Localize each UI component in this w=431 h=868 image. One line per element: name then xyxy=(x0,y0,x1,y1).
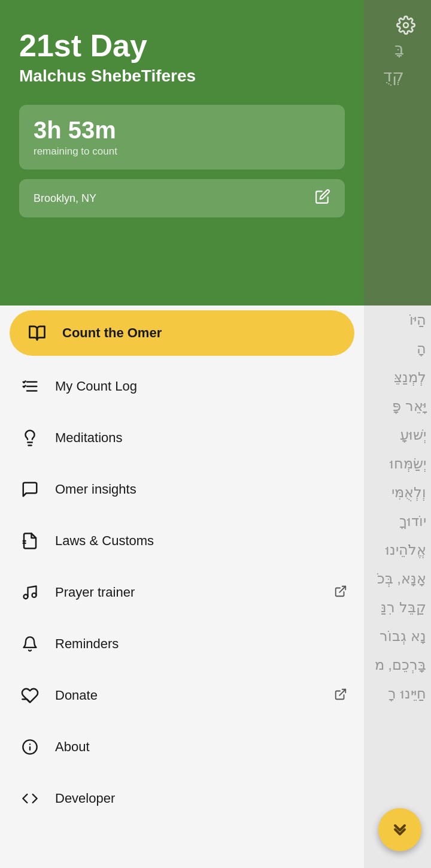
sidebar-item-donate[interactable]: Donate xyxy=(0,670,364,721)
code-icon xyxy=(17,785,43,812)
menu-panel: Count the Omer My Count Log Meditations xyxy=(0,306,364,868)
svg-line-9 xyxy=(339,689,345,695)
time-card: 3h 53m remaining to count xyxy=(19,105,345,170)
omer-insights-label: Omer insights xyxy=(55,482,347,497)
music-icon xyxy=(17,579,43,606)
gear-icon xyxy=(396,16,415,35)
donate-label: Donate xyxy=(55,688,334,703)
svg-point-6 xyxy=(24,595,28,599)
fab-button[interactable] xyxy=(378,808,421,851)
sidebar-item-laws-customs[interactable]: Laws & Customs xyxy=(0,515,364,567)
hebrew-text-top: בָּקְדֻ xyxy=(383,36,407,90)
svg-point-7 xyxy=(32,593,37,597)
lightbulb-icon xyxy=(17,425,43,451)
chat-icon xyxy=(17,476,43,503)
header: 21st Day Malchus ShebeTiferes 3h 53m rem… xyxy=(0,0,364,306)
list-check-icon xyxy=(17,373,43,400)
scroll-icon xyxy=(17,528,43,554)
external-link-icon-prayer xyxy=(334,585,347,601)
sidebar-item-reminders[interactable]: Reminders xyxy=(0,618,364,670)
prayer-trainer-label: Prayer trainer xyxy=(55,585,334,600)
chevron-down-icon xyxy=(390,818,409,842)
svg-point-0 xyxy=(403,23,408,28)
count-omer-label: Count the Omer xyxy=(62,325,340,341)
hebrew-text-bottom: הַיּוֹהָלְמְנַצֵּיָּאֵר פָּיְשׁוּעָיְשַׂ… xyxy=(359,306,431,708)
book-icon xyxy=(24,320,50,346)
sidebar-item-count-omer[interactable]: Count the Omer xyxy=(10,310,354,356)
info-icon xyxy=(17,734,43,760)
day-title: 21st Day xyxy=(19,29,345,63)
my-count-log-label: My Count Log xyxy=(55,379,347,394)
reminders-label: Reminders xyxy=(55,636,347,652)
bg-panel-lower: הַיּוֹהָלְמְנַצֵּיָּאֵר פָּיְשׁוּעָיְשַׂ… xyxy=(359,306,431,868)
time-value: 3h 53m xyxy=(34,117,330,143)
location-card[interactable]: Brooklyn, NY xyxy=(19,179,345,217)
day-subtitle: Malchus ShebeTiferes xyxy=(19,66,345,86)
svg-line-8 xyxy=(339,586,345,592)
about-label: About xyxy=(55,739,347,755)
bell-icon xyxy=(17,631,43,657)
laws-customs-label: Laws & Customs xyxy=(55,533,347,549)
sidebar-item-developer[interactable]: Developer xyxy=(0,773,364,824)
settings-button[interactable] xyxy=(393,12,419,38)
developer-label: Developer xyxy=(55,791,347,806)
time-label: remaining to count xyxy=(34,146,330,158)
sidebar-item-about[interactable]: About xyxy=(0,721,364,773)
sidebar-item-meditations[interactable]: Meditations xyxy=(0,412,364,464)
edit-location-icon xyxy=(315,189,330,208)
location-text: Brooklyn, NY xyxy=(34,192,96,205)
sidebar-item-my-count-log[interactable]: My Count Log xyxy=(0,361,364,412)
sidebar-item-omer-insights[interactable]: Omer insights xyxy=(0,464,364,515)
external-link-icon-donate xyxy=(334,688,347,704)
heart-hand-icon xyxy=(17,682,43,709)
sidebar-item-prayer-trainer[interactable]: Prayer trainer xyxy=(0,567,364,618)
meditations-label: Meditations xyxy=(55,430,347,446)
